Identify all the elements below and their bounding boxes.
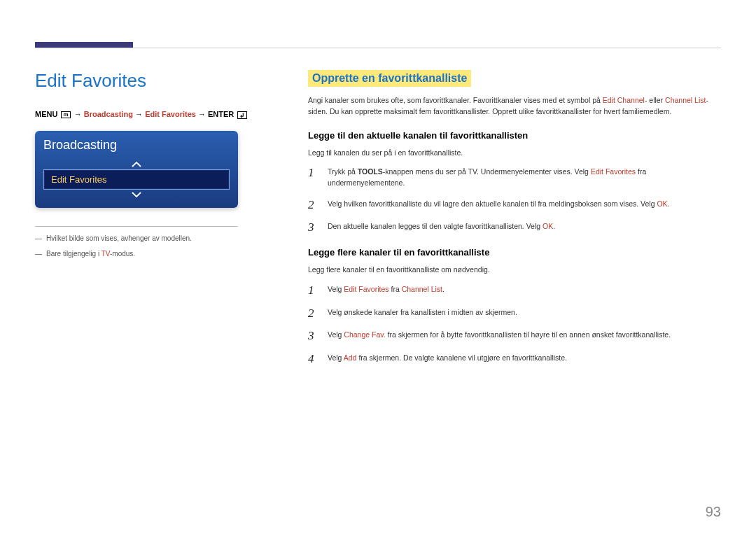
- step-number: 1: [308, 167, 318, 180]
- note-tv-mode: ―Bare tilgjengelig i TV-modus.: [35, 249, 266, 259]
- step-text: Velg Change Fav. fra skjermen for å bytt…: [328, 330, 721, 341]
- menu-panel: Broadcasting Edit Favorites: [35, 131, 238, 208]
- breadcrumb-broadcasting: Broadcasting: [84, 110, 133, 118]
- breadcrumb: MENU m → Broadcasting → Edit Favorites →…: [35, 108, 266, 121]
- separator: →: [135, 110, 145, 118]
- step-number: 1: [308, 284, 318, 297]
- intro-text: Angi kanaler som brukes ofte, som favori…: [308, 95, 721, 118]
- step-text: Trykk på TOOLS-knappen mens du ser på TV…: [328, 167, 721, 189]
- header-rule: [35, 48, 721, 48]
- step-text: Velg Edit Favorites fra Channel List.: [328, 284, 721, 295]
- sub1-intro: Legg til kanalen du ser på i en favoritt…: [308, 148, 721, 159]
- step-3b: 3 Velg Change Fav. fra skjermen for å by…: [308, 330, 721, 343]
- step-1b: 1 Velg Edit Favorites fra Channel List.: [308, 284, 721, 297]
- sub2-intro: Legg flere kanaler til en favorittkanall…: [308, 265, 721, 276]
- enter-icon: [237, 111, 247, 119]
- separator: →: [74, 110, 84, 118]
- step-text: Velg hvilken favorittkanalliste du vil l…: [328, 199, 721, 210]
- step-2b: 2 Velg ønskede kanaler fra kanallisten i…: [308, 307, 721, 321]
- right-column: Opprette en favorittkanalliste Angi kana…: [308, 70, 721, 376]
- step-text: Velg Add fra skjermen. De valgte kanalen…: [328, 353, 721, 364]
- step-text: Velg ønskede kanaler fra kanallisten i m…: [328, 307, 721, 318]
- breadcrumb-enter: ENTER: [208, 110, 234, 118]
- divider: [35, 226, 238, 227]
- menu-icon: m: [61, 111, 70, 119]
- step-number: 3: [308, 221, 318, 234]
- step-text: Den aktuelle kanalen legges til den valg…: [328, 221, 721, 232]
- note-model: ―Hvilket bilde som vises, avhenger av mo…: [35, 234, 266, 244]
- left-column: Edit Favorites MENU m → Broadcasting → E…: [35, 70, 266, 376]
- subheading-add-current: Legge til den aktuelle kanalen til favor…: [308, 130, 721, 141]
- menu-panel-header: Broadcasting: [43, 138, 230, 153]
- step-3: 3 Den aktuelle kanalen legges til den va…: [308, 221, 721, 234]
- subheading-add-multiple: Legge flere kanaler til en favorittkanal…: [308, 247, 721, 258]
- step-2: 2 Velg hvilken favorittkanalliste du vil…: [308, 199, 721, 212]
- breadcrumb-edit-favorites: Edit Favorites: [145, 110, 196, 118]
- separator: →: [198, 110, 208, 118]
- step-number: 4: [308, 353, 318, 366]
- chevron-down-icon[interactable]: [43, 190, 230, 199]
- page-title: Edit Favorites: [35, 70, 266, 92]
- menu-item-edit-favorites[interactable]: Edit Favorites: [43, 169, 230, 190]
- step-number: 2: [308, 199, 318, 212]
- step-4b: 4 Velg Add fra skjermen. De valgte kanal…: [308, 353, 721, 366]
- step-number: 3: [308, 330, 318, 343]
- header-accent: [35, 42, 133, 48]
- section-heading: Opprette en favorittkanalliste: [308, 70, 471, 87]
- page-number: 93: [706, 504, 721, 520]
- chevron-up-icon[interactable]: [43, 160, 230, 169]
- step-number: 2: [308, 307, 318, 321]
- breadcrumb-menu: MENU: [35, 110, 57, 118]
- step-1: 1 Trykk på TOOLS-knappen mens du ser på …: [308, 167, 721, 189]
